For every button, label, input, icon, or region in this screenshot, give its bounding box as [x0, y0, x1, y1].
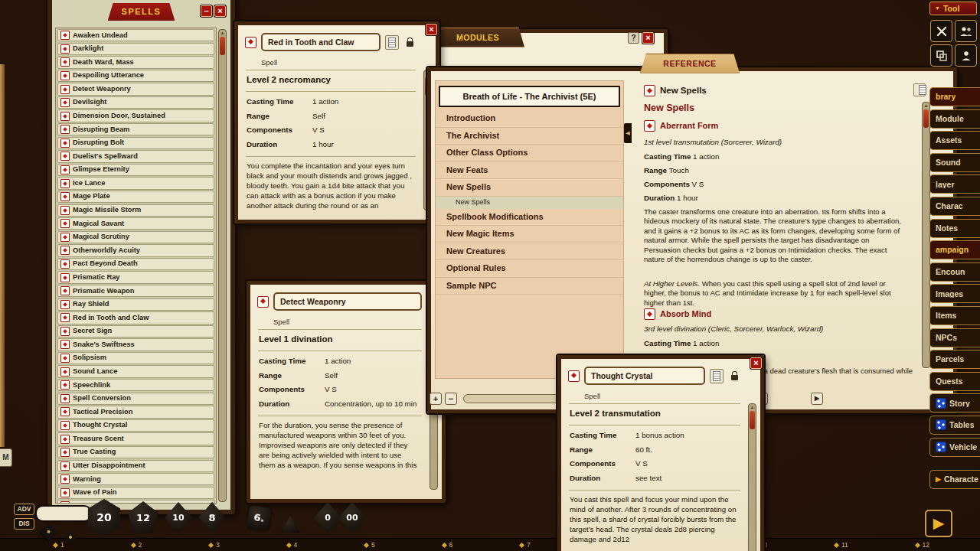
- spell-list-item[interactable]: Solipsism: [57, 352, 214, 364]
- sidebar-tab[interactable]: ▶ Tables: [929, 416, 980, 435]
- scrollbar-thumb[interactable]: [923, 109, 929, 128]
- spell-list-item[interactable]: Glimpse Eternity: [57, 164, 214, 176]
- spell-link-icon[interactable]: [60, 501, 70, 504]
- sidebar-tab[interactable]: ▶ Charac: [929, 197, 980, 216]
- reference-nav-subitem-selected[interactable]: New Spells: [436, 197, 623, 209]
- spell-list-item[interactable]: Duelist's Spellward: [57, 150, 214, 162]
- spell-link-icon[interactable]: [60, 112, 70, 121]
- spell-link-icon[interactable]: [60, 165, 70, 174]
- minimized-window-tab[interactable]: M: [0, 448, 12, 467]
- spell-list-item[interactable]: Snake's Swiftness: [57, 338, 214, 350]
- spell-list-item[interactable]: Sound Lance: [57, 365, 214, 377]
- reference-nav-item[interactable]: The Archivist: [436, 128, 623, 145]
- hotkey-slot[interactable]: 4: [287, 542, 298, 549]
- spell-name-field[interactable]: [261, 33, 381, 51]
- reference-nav-item[interactable]: New Magic Items: [436, 226, 623, 243]
- sidebar-tab[interactable]: ▶ brary: [929, 87, 980, 106]
- help-button[interactable]: ?: [628, 32, 639, 44]
- lock-button[interactable]: [728, 370, 740, 383]
- reference-nav-item[interactable]: Introduction: [436, 110, 623, 128]
- sheet-button[interactable]: [385, 35, 399, 50]
- reference-window-tab[interactable]: REFERENCE: [640, 54, 740, 73]
- sidebar-tab[interactable]: ▶ Images: [929, 284, 980, 303]
- spell-link-icon[interactable]: [60, 273, 70, 282]
- sheet-button[interactable]: [710, 369, 724, 383]
- spell-link-icon[interactable]: [60, 125, 70, 134]
- spell-link-icon[interactable]: [60, 85, 70, 94]
- spell-list-item[interactable]: Detect Weaponry: [57, 83, 214, 95]
- spell-link-icon[interactable]: [60, 461, 70, 471]
- sidebar-tab[interactable]: ▶ Notes: [929, 219, 980, 238]
- spell-link-icon[interactable]: [60, 313, 70, 322]
- sidebar-tab[interactable]: ▶ Quests: [929, 372, 980, 391]
- spell-list-item[interactable]: Magic Missile Storm: [57, 204, 214, 217]
- spell-list-item[interactable]: Pact Beyond Death: [57, 258, 214, 270]
- reference-nav-item[interactable]: Sample NPC: [436, 278, 623, 295]
- spell-list-item[interactable]: Ice Lance: [57, 177, 214, 189]
- reference-nav-item[interactable]: New Creatures: [436, 243, 623, 261]
- sidebar-tab[interactable]: ▶ NPCs: [929, 328, 980, 347]
- play-button[interactable]: ▶: [925, 510, 952, 537]
- sheet-icon[interactable]: [913, 83, 926, 96]
- spell-link-icon[interactable]: [60, 300, 70, 309]
- sidebar-tab[interactable]: ▶ Module: [929, 109, 980, 129]
- spell-list-item[interactable]: Dimension Door, Sustained: [57, 109, 214, 122]
- scrollbar-thumb[interactable]: [220, 37, 225, 55]
- scroll-up-icon[interactable]: ▲: [924, 103, 929, 109]
- spell-list-item[interactable]: True Casting: [57, 446, 214, 458]
- spell-list-item[interactable]: Despoiling Utterance: [57, 70, 214, 82]
- spell-list-item[interactable]: Treasure Scent: [57, 432, 214, 445]
- scroll-up-icon[interactable]: ▲: [220, 30, 225, 36]
- reference-nav-item[interactable]: Optional Rules: [436, 260, 623, 278]
- die[interactable]: 00: [338, 502, 367, 533]
- sidebar-tab[interactable]: ▶ Story: [929, 393, 980, 412]
- hotkey-slot[interactable]: 5: [364, 542, 375, 549]
- spell-icon[interactable]: [257, 296, 269, 308]
- add-button[interactable]: +: [430, 393, 442, 405]
- scrollbar[interactable]: ▲: [748, 403, 756, 551]
- spell-link-icon[interactable]: [60, 367, 70, 377]
- reference-nav-item[interactable]: Spellbook Modifications: [436, 209, 623, 227]
- spell-link-icon[interactable]: [60, 192, 70, 201]
- sidebar-tab[interactable]: ▶ Vehicle: [929, 438, 980, 457]
- spell-link-icon[interactable]: [60, 488, 70, 497]
- die[interactable]: 6.: [247, 505, 272, 530]
- spell-link-icon[interactable]: [60, 421, 70, 430]
- spell-name-field[interactable]: [584, 367, 705, 385]
- lock-button[interactable]: [403, 36, 416, 49]
- spell-link-icon[interactable]: [60, 394, 70, 403]
- tool-header[interactable]: ▼ Tool: [929, 2, 977, 15]
- spell-list-item[interactable]: Awaken Undead: [57, 29, 214, 41]
- spell-list-item[interactable]: Thought Crystal: [57, 419, 214, 432]
- sidebar-tab[interactable]: ▶ Parcels: [929, 350, 980, 369]
- spell-list-item[interactable]: Ray Shield: [57, 298, 214, 311]
- spell-link-icon[interactable]: [60, 246, 70, 255]
- spell-icon[interactable]: [245, 37, 256, 48]
- sidebar-tab[interactable]: ▶ layer: [929, 174, 980, 194]
- modules-window-tab[interactable]: MODULES: [431, 28, 524, 47]
- die[interactable]: [281, 516, 299, 533]
- spell-list-item[interactable]: Death Ward, Mass: [57, 56, 214, 68]
- spell-list-item[interactable]: Darklight: [57, 43, 214, 55]
- hotkey-slot[interactable]: 2: [132, 542, 142, 549]
- spell-link-icon[interactable]: [60, 435, 70, 444]
- minimize-button[interactable]: –: [201, 5, 212, 17]
- spell-link-icon[interactable]: [60, 474, 70, 484]
- spell-link-icon[interactable]: [60, 448, 70, 457]
- spell-list-item[interactable]: Prismatic Ray: [57, 271, 214, 283]
- sidebar-tab[interactable]: ▶ ampaign: [929, 240, 980, 259]
- reference-nav-item[interactable]: New Spells: [436, 179, 623, 197]
- die[interactable]: 20: [86, 499, 122, 536]
- hotkey-slot[interactable]: 7: [520, 542, 531, 549]
- clear-dice-button[interactable]: [930, 20, 952, 42]
- remove-button[interactable]: −: [445, 393, 457, 405]
- spell-list-item[interactable]: Speechlink: [57, 379, 214, 391]
- sidebar-tab[interactable]: ▶ Assets: [929, 131, 980, 150]
- die[interactable]: 8: [198, 502, 227, 533]
- hotkey-slot[interactable]: 11: [835, 542, 848, 549]
- spell-list-item[interactable]: Tactical Precision: [57, 406, 214, 418]
- mini-die-icon[interactable]: [64, 530, 77, 541]
- spell-list-item[interactable]: Magical Savant: [57, 217, 214, 230]
- disadvantage-button[interactable]: DIS: [14, 518, 34, 530]
- spell-link-icon[interactable]: [60, 340, 70, 349]
